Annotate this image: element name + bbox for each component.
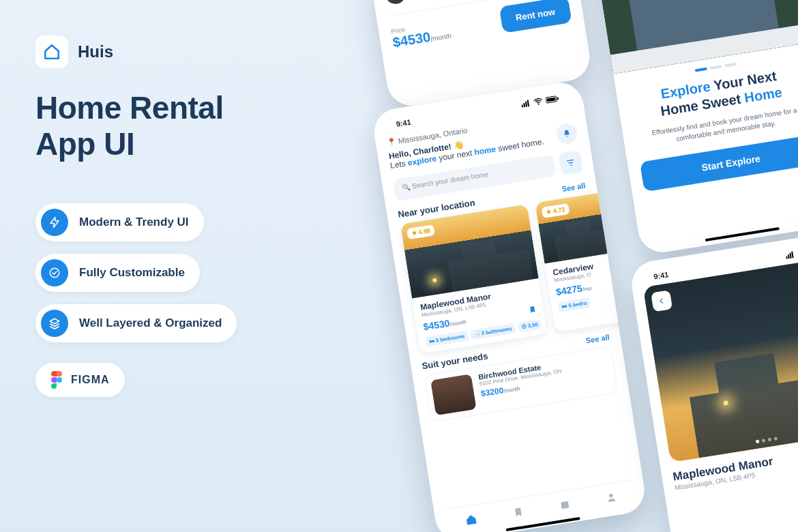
- detail-hero: [643, 256, 798, 462]
- listing-image: ★ 4.72: [535, 190, 624, 263]
- status-time: 9:41: [396, 118, 412, 128]
- svg-point-0: [50, 268, 59, 278]
- feature-chip: 🛁 3 bathrooms: [470, 323, 516, 340]
- phone-browse: 9:41 📍 Mississauga, Ontario Hello, Charl…: [371, 79, 648, 532]
- svg-rect-10: [561, 501, 569, 509]
- brand-logo: [35, 35, 68, 68]
- bookmark-icon: [528, 304, 537, 315]
- owner-avatar: [384, 0, 407, 5]
- calendar-icon: [558, 498, 571, 512]
- svg-rect-2: [522, 105, 524, 108]
- status-time: 9:41: [653, 270, 669, 280]
- battery-icon: [545, 95, 559, 104]
- rating-badge: ★ 4.98: [407, 224, 435, 239]
- back-button[interactable]: [651, 290, 673, 312]
- rating-badge: ★ 4.72: [542, 203, 570, 218]
- tab-bookings[interactable]: [558, 498, 571, 512]
- listing-thumb: [430, 374, 476, 415]
- brand-name: Huis: [78, 42, 113, 61]
- listing-card[interactable]: ★ 4.72 Cedarview Mississauga, O $4275/mo…: [534, 190, 636, 333]
- see-all-link[interactable]: See all: [585, 332, 610, 344]
- headline: Home Rental App UI: [35, 90, 322, 162]
- chevron-left-icon: [657, 297, 666, 306]
- house-icon: [43, 43, 61, 61]
- listing-price: $4275: [555, 282, 583, 297]
- bell-icon: [561, 128, 572, 139]
- home-icon: [464, 512, 478, 527]
- feature-pill-customizable: Fully Customizable: [35, 254, 200, 292]
- brand-block: Huis: [35, 35, 322, 68]
- feature-pill-modern: Modern & Trendy UI: [35, 203, 204, 241]
- svg-rect-4: [525, 102, 527, 107]
- svg-rect-15: [791, 251, 794, 258]
- user-icon: [604, 490, 617, 504]
- home-indicator: [705, 227, 780, 241]
- bolt-icon: [41, 209, 68, 236]
- feature-chip: 🛏 5 bedro: [558, 297, 591, 312]
- feature-label: Well Layered & Organized: [79, 316, 222, 330]
- filter-icon: [565, 158, 576, 168]
- feature-label: Modern & Trendy UI: [79, 216, 189, 229]
- see-all-link[interactable]: See all: [561, 181, 586, 192]
- figma-label: FIGMA: [71, 374, 110, 386]
- svg-rect-8: [546, 98, 556, 102]
- svg-rect-12: [786, 256, 788, 259]
- filter-button[interactable]: [558, 150, 583, 175]
- signal-icon: [785, 251, 795, 259]
- listing-price: $3200: [480, 385, 504, 398]
- wifi-icon: [533, 98, 543, 106]
- status-icons: [785, 246, 798, 259]
- feature-pill-layered: Well Layered & Organized: [35, 304, 237, 342]
- price-per: /month: [430, 32, 452, 43]
- listing-card[interactable]: ★ 4.98 Maplewood Manor Mississauga, ON, …: [400, 203, 548, 354]
- svg-rect-3: [523, 103, 525, 107]
- svg-rect-14: [789, 253, 791, 258]
- feature-chip: ⦿ 3,50: [517, 319, 542, 332]
- figma-pill: FIGMA: [35, 363, 125, 397]
- bookmark-button[interactable]: [528, 304, 537, 315]
- svg-rect-9: [557, 97, 559, 100]
- phone-detail: 9:41 Maplewood Manor Mississauga, ON, L5…: [628, 231, 798, 532]
- svg-point-1: [57, 377, 62, 383]
- svg-point-11: [608, 493, 612, 497]
- signal-icon: [521, 100, 531, 108]
- tab-saved[interactable]: [512, 505, 524, 518]
- layers-icon: [41, 310, 68, 337]
- feature-label: Fully Customizable: [79, 266, 185, 280]
- phone-onboarding: Explore Your Next Home Sweet Home Effort…: [591, 0, 798, 256]
- svg-point-6: [538, 104, 540, 105]
- pin-icon: 📍: [386, 137, 397, 147]
- rent-now-button[interactable]: Rent now: [499, 0, 572, 33]
- svg-rect-13: [788, 254, 790, 258]
- listing-price: $4530: [423, 317, 451, 332]
- tab-profile[interactable]: [604, 490, 617, 504]
- figma-icon: [50, 371, 63, 389]
- tab-home[interactable]: [464, 512, 478, 527]
- status-icons: [521, 95, 560, 108]
- onboarding-hero: [591, 0, 798, 74]
- check-circle-icon: [41, 259, 68, 286]
- feature-chip: 🛏 5 bedrooms: [425, 330, 469, 347]
- notifications-button[interactable]: [555, 122, 578, 145]
- svg-rect-5: [527, 100, 530, 106]
- bookmark-icon: [512, 505, 524, 518]
